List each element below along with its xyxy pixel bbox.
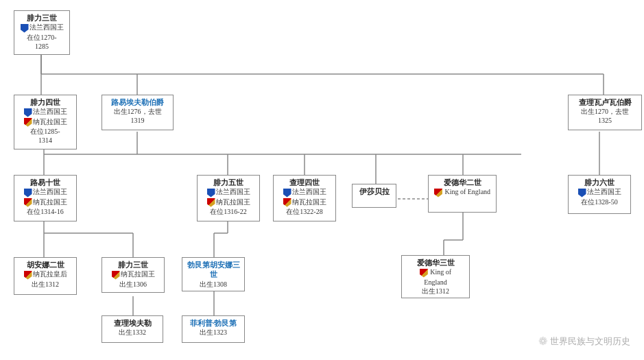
shield-navarre-icon [24, 118, 32, 127]
shield-france2-icon [24, 108, 32, 117]
node-philip3-navarre: 腓力三世 纳瓦拉国王出生1306 [102, 257, 165, 293]
page: 腓力三世 法兰西国王在位1270-1285 腓力四世 法兰西国王 纳瓦拉国王 在… [0, 0, 644, 360]
node-joan-burgundy3-title: 勃艮第胡安娜三世 [185, 260, 241, 280]
node-philip6: 腓力六世 法兰西国王在位1328-50 [568, 175, 631, 214]
node-isabella-title: 伊莎贝拉 [355, 187, 393, 196]
shield-philip5-navarre-icon [207, 198, 215, 207]
node-philip3-navarre-title: 腓力三世 [105, 260, 161, 269]
tree-container: 腓力三世 法兰西国王在位1270-1285 腓力四世 法兰西国王 纳瓦拉国王 在… [7, 7, 637, 353]
node-edward3: 爱德华三世 King ofEngland出生1312 [401, 255, 470, 298]
node-joan-burgundy3: 勃艮第胡安娜三世 出生1308 [182, 257, 245, 291]
shield-charles4-france-icon [283, 189, 291, 197]
node-juana2-body: 纳瓦拉皇后出生1312 [17, 269, 73, 288]
node-louis-evreux-body: 出生1276，去世1319 [105, 107, 170, 125]
shield-edward3-icon [420, 269, 428, 278]
shield-france-icon [21, 24, 29, 33]
shield-philip6-icon [578, 189, 586, 197]
watermark-icon: ❁ [538, 335, 547, 348]
node-philip5-title: 腓力五世 [200, 178, 257, 187]
shield-juana2-icon [24, 271, 32, 280]
shield-philip5-france-icon [207, 189, 215, 197]
node-charles-valois-body: 出生1270，去世1325 [571, 107, 639, 125]
node-isabella: 伊莎贝拉 [352, 184, 396, 208]
node-charles-evreux-body: 出生1332 [105, 328, 160, 337]
shield-louis10-france-icon [24, 189, 32, 197]
node-edward2-body: King of England [431, 187, 493, 197]
node-charles4-body: 法兰西国王 纳瓦拉国王 在位1322-28 [276, 187, 333, 215]
node-louis10-title: 路易十世 [17, 178, 73, 187]
node-philip6-title: 腓力六世 [571, 178, 628, 187]
node-louis-evreux-title: 路易埃夫勒伯爵 [105, 97, 170, 107]
node-joan-burgundy3-body: 出生1308 [185, 280, 241, 289]
node-edward2: 爱德华二世 King of England [428, 175, 497, 213]
node-philip-burgundy-body: 出生1323 [185, 328, 241, 337]
node-philip3: 腓力三世 法兰西国王在位1270-1285 [14, 10, 70, 55]
node-charles-evreux-title: 查理埃夫勒 [105, 318, 160, 328]
watermark-text: 世界民族与文明历史 [550, 335, 630, 348]
node-philip5: 腓力五世 法兰西国王 纳瓦拉国王 在位1316-22 [197, 175, 260, 221]
shield-louis10-navarre-icon [24, 198, 32, 207]
node-philip3-title: 腓力三世 [17, 13, 67, 23]
node-louis-evreux: 路易埃夫勒伯爵 出生1276，去世1319 [102, 95, 174, 130]
node-charles4-title: 查理四世 [276, 178, 333, 187]
node-philip4-title: 腓力四世 [17, 97, 73, 107]
node-charles-evreux: 查理埃夫勒 出生1332 [102, 315, 163, 343]
node-philip4: 腓力四世 法兰西国王 纳瓦拉国王 在位1285-1314 [14, 95, 77, 149]
shield-edward2-icon [434, 189, 442, 197]
node-charles-valois: 查理瓦卢瓦伯爵 出生1270，去世1325 [568, 95, 642, 130]
shield-charles4-navarre-icon [283, 198, 291, 207]
node-charles4: 查理四世 法兰西国王 纳瓦拉国王 在位1322-28 [273, 175, 336, 221]
watermark: ❁ 世界民族与文明历史 [538, 335, 630, 348]
node-philip3-body: 法兰西国王在位1270-1285 [17, 23, 67, 50]
node-juana2-title: 胡安娜二世 [17, 260, 73, 269]
node-philip6-body: 法兰西国王在位1328-50 [571, 187, 628, 206]
node-louis10: 路易十世 法兰西国王 纳瓦拉国王 在位1314-16 [14, 175, 77, 221]
node-charles-valois-title: 查理瓦卢瓦伯爵 [571, 97, 639, 107]
node-edward2-title: 爱德华二世 [431, 178, 493, 187]
node-philip3-navarre-body: 纳瓦拉国王出生1306 [105, 269, 161, 288]
node-philip-burgundy: 菲利普·勃艮第 出生1323 [182, 315, 245, 343]
node-louis10-body: 法兰西国王 纳瓦拉国王 在位1314-16 [17, 187, 73, 215]
node-edward3-title: 爱德华三世 [405, 258, 466, 267]
shield-philip3nav-icon [112, 271, 120, 280]
node-philip-burgundy-title: 菲利普·勃艮第 [185, 318, 241, 328]
node-juana2: 胡安娜二世 纳瓦拉皇后出生1312 [14, 257, 77, 295]
node-philip5-body: 法兰西国王 纳瓦拉国王 在位1316-22 [200, 187, 257, 215]
node-philip4-body: 法兰西国王 纳瓦拉国王 在位1285-1314 [17, 107, 73, 144]
node-edward3-body: King ofEngland出生1312 [405, 267, 466, 295]
